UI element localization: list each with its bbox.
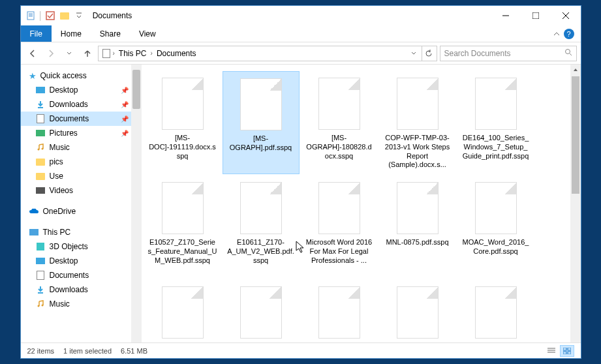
cloud-icon bbox=[29, 206, 39, 217]
sidebar-label: Quick access bbox=[40, 71, 87, 80]
file-item[interactable] bbox=[144, 280, 221, 342]
sidebar-item-3dobjects[interactable]: 3D Objects bbox=[21, 239, 142, 254]
ribbon-tabs: File Home Share View ? bbox=[21, 25, 581, 42]
file-grid[interactable]: [MS-DOC]-191119.docx.sspq[MS-OGRAPH].pdf… bbox=[142, 65, 570, 342]
sidebar-label: Downloads bbox=[50, 100, 88, 109]
status-item-count: 22 items bbox=[27, 347, 55, 355]
tab-file[interactable]: File bbox=[21, 25, 52, 42]
properties-icon[interactable] bbox=[25, 10, 37, 22]
documents-icon bbox=[35, 114, 46, 124]
recent-dropdown-icon[interactable] bbox=[61, 46, 77, 61]
sidebar-label: Music bbox=[50, 143, 70, 152]
up-button[interactable] bbox=[80, 46, 95, 61]
file-thumbnail-icon bbox=[162, 78, 204, 130]
sidebar-label: Documents bbox=[50, 114, 89, 123]
refresh-button[interactable] bbox=[422, 46, 437, 61]
new-folder-icon[interactable] bbox=[59, 10, 70, 22]
minimize-button[interactable] bbox=[491, 6, 521, 25]
file-item[interactable]: [MS-DOC]-191119.docx.sspq bbox=[144, 71, 221, 174]
search-input[interactable]: Search Documents bbox=[440, 46, 577, 61]
scroll-up-icon[interactable] bbox=[570, 65, 581, 75]
folder-icon bbox=[35, 157, 46, 167]
details-view-button[interactable] bbox=[544, 345, 559, 357]
sidebar-label: Documents bbox=[50, 271, 89, 280]
file-item[interactable]: E10527_Z170_Series_Feature_Manual_UM_WEB… bbox=[144, 175, 221, 279]
folder-icon bbox=[35, 171, 46, 181]
pin-icon: 📌 bbox=[121, 87, 129, 94]
search-icon bbox=[564, 48, 572, 58]
window-title: Documents bbox=[93, 11, 132, 20]
sidebar-label: Videos bbox=[50, 186, 73, 195]
svg-rect-22 bbox=[568, 348, 571, 350]
tab-home[interactable]: Home bbox=[52, 25, 91, 42]
file-thumbnail-icon bbox=[397, 286, 439, 339]
sidebar-item-documents[interactable]: Documents📌 bbox=[21, 112, 142, 126]
file-thumbnail-icon bbox=[397, 182, 439, 234]
breadcrumb[interactable]: › This PC › Documents bbox=[98, 46, 422, 61]
maximize-button[interactable] bbox=[521, 6, 551, 25]
forward-button[interactable] bbox=[43, 46, 59, 61]
content-area: [MS-DOC]-191119.docx.sspq[MS-OGRAPH].pdf… bbox=[142, 65, 581, 342]
file-label: [MS-OGRAPH].pdf.sspq bbox=[226, 134, 296, 153]
sidebar-item-videos[interactable]: Videos bbox=[21, 183, 142, 198]
sidebar-item-use[interactable]: Use bbox=[21, 169, 142, 183]
thumbnails-view-button[interactable] bbox=[560, 345, 574, 357]
back-button[interactable] bbox=[25, 46, 40, 61]
sidebar-onedrive[interactable]: OneDrive bbox=[21, 204, 142, 219]
sidebar-item-pc-documents[interactable]: Documents bbox=[21, 268, 142, 282]
checkbox-icon[interactable] bbox=[44, 10, 56, 22]
file-item[interactable] bbox=[379, 280, 456, 342]
sidebar-item-pictures[interactable]: Pictures📌 bbox=[21, 126, 142, 140]
sidebar-scrollbar[interactable] bbox=[131, 65, 142, 342]
sidebar-item-pc-downloads[interactable]: Downloads bbox=[21, 282, 142, 297]
svg-point-13 bbox=[37, 149, 39, 151]
chevron-right-icon[interactable]: › bbox=[151, 50, 153, 57]
file-item[interactable] bbox=[223, 280, 300, 342]
content-scrollbar[interactable] bbox=[570, 65, 581, 342]
close-button[interactable] bbox=[551, 6, 581, 25]
sidebar-item-pics[interactable]: pics bbox=[21, 155, 142, 169]
status-selection: 1 item selected bbox=[63, 347, 112, 355]
svg-line-11 bbox=[570, 53, 572, 55]
file-item[interactable]: COP-WFP-TMP-03-2013-v1 Work Steps Report… bbox=[379, 71, 456, 174]
file-label: MOAC_Word_2016_Core.pdf.sspq bbox=[460, 238, 532, 256]
ribbon-expand-icon[interactable] bbox=[553, 28, 560, 40]
tab-view[interactable]: View bbox=[130, 25, 165, 42]
chevron-right-icon[interactable]: › bbox=[113, 50, 115, 57]
sidebar-item-pc-music[interactable]: Music bbox=[21, 297, 142, 311]
file-item[interactable]: MOAC_Word_2016_Core.pdf.sspq bbox=[457, 175, 534, 279]
sidebar-item-desktop[interactable]: Desktop📌 bbox=[21, 83, 142, 97]
scrollbar-thumb[interactable] bbox=[572, 76, 579, 194]
file-item[interactable]: MNL-0875.pdf.sspq bbox=[379, 175, 456, 279]
sidebar-label: OneDrive bbox=[43, 207, 76, 216]
file-label: MNL-0875.pdf.sspq bbox=[385, 238, 450, 247]
file-item[interactable] bbox=[301, 280, 378, 342]
tab-share[interactable]: Share bbox=[91, 25, 130, 42]
file-thumbnail-icon bbox=[162, 286, 204, 339]
address-dropdown-icon[interactable] bbox=[408, 49, 419, 58]
crumb-documents[interactable]: Documents bbox=[154, 49, 199, 58]
file-item[interactable]: E10611_Z170-A_UM_V2_WEB.pdf.sspq bbox=[223, 175, 300, 279]
search-placeholder: Search Documents bbox=[444, 49, 511, 58]
sidebar-item-music[interactable]: Music bbox=[21, 140, 142, 155]
sidebar-item-downloads[interactable]: Downloads📌 bbox=[21, 97, 142, 112]
file-label: [MS-DOC]-191119.docx.sspq bbox=[147, 134, 219, 160]
file-item[interactable]: [MS-OGRAPH]-180828.docx.sspq bbox=[301, 71, 378, 174]
sidebar-quick-access[interactable]: ★ Quick access bbox=[21, 68, 142, 83]
crumb-thispc[interactable]: This PC bbox=[116, 49, 149, 58]
file-item[interactable]: Microsoft Word 2016 For Max For Legal Pr… bbox=[301, 175, 378, 279]
star-icon: ★ bbox=[29, 71, 37, 81]
svg-rect-24 bbox=[568, 352, 571, 354]
file-thumbnail-icon bbox=[240, 78, 282, 130]
sidebar-thispc[interactable]: This PC bbox=[21, 225, 142, 239]
svg-rect-21 bbox=[563, 348, 566, 350]
file-item[interactable] bbox=[457, 280, 534, 342]
scrollbar-thumb[interactable] bbox=[132, 70, 140, 109]
sidebar-item-pc-desktop[interactable]: Desktop bbox=[21, 254, 142, 268]
file-item[interactable]: DE164_100_Series_Windows_7_Setup_Guide_p… bbox=[457, 71, 534, 174]
file-item[interactable]: [MS-OGRAPH].pdf.sspq bbox=[223, 71, 300, 174]
help-icon[interactable]: ? bbox=[564, 29, 574, 39]
qat-dropdown-icon[interactable] bbox=[73, 10, 85, 22]
file-thumbnail-icon bbox=[318, 78, 360, 130]
svg-rect-4 bbox=[46, 12, 54, 20]
